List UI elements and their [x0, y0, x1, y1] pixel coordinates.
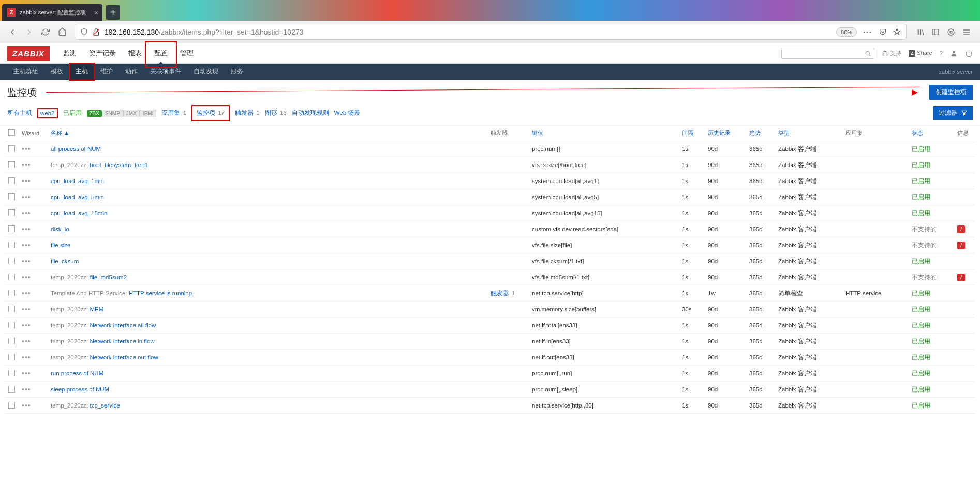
sub-nav-item[interactable]: 主机	[69, 63, 94, 80]
wizard-menu-icon[interactable]: •••	[22, 353, 31, 362]
all-hosts-link[interactable]: 所有主机	[7, 109, 32, 117]
status-link[interactable]: 已启用	[912, 162, 930, 168]
info-icon[interactable]: i	[957, 274, 965, 281]
home-button[interactable]	[54, 24, 70, 40]
status-link[interactable]: 已启用	[912, 258, 930, 264]
row-checkbox[interactable]	[8, 322, 15, 328]
item-name-link[interactable]: run process of NUM	[51, 370, 103, 376]
filter-button[interactable]: 过滤器	[933, 106, 973, 120]
create-item-button[interactable]: 创建监控项	[929, 85, 973, 100]
bookmark-icon[interactable]	[893, 28, 901, 36]
col-trends[interactable]: 趋势	[746, 126, 775, 141]
close-icon[interactable]: ×	[94, 8, 99, 17]
page-actions-icon[interactable]: •••	[863, 29, 872, 35]
status-link[interactable]: 已启用	[912, 290, 930, 296]
url-bar[interactable]: 192.168.152.130 /zabbix/items.php?filter…	[75, 24, 907, 40]
item-name-link[interactable]: cpu_load_avg_5min	[51, 194, 104, 200]
items-link[interactable]: 监控项	[197, 110, 215, 116]
item-name-link[interactable]: HTTP service is running	[129, 290, 192, 296]
item-name-link[interactable]: disk_io	[51, 226, 69, 232]
wizard-menu-icon[interactable]: •••	[22, 209, 31, 217]
row-checkbox[interactable]	[8, 225, 15, 232]
row-checkbox[interactable]	[8, 193, 15, 200]
graphs-link[interactable]: 图形	[265, 110, 277, 116]
item-name-link[interactable]: Network interface all flow	[90, 322, 156, 328]
row-checkbox[interactable]	[8, 242, 15, 248]
status-link[interactable]: 已启用	[912, 210, 930, 216]
item-name-link[interactable]: MEM	[90, 306, 103, 312]
main-menu-item[interactable]: 监测	[57, 43, 83, 64]
item-name-link[interactable]: Network interface out flow	[90, 354, 158, 360]
host-link[interactable]: web2	[40, 110, 55, 116]
wizard-menu-icon[interactable]: •••	[22, 177, 31, 185]
row-checkbox[interactable]	[8, 209, 15, 216]
row-checkbox[interactable]	[8, 177, 15, 184]
discovery-link[interactable]: 自动发现规则	[292, 109, 329, 117]
item-name-link[interactable]: tcp_service	[90, 402, 120, 409]
browser-tab[interactable]: Z zabbix server: 配置监控项 ×	[2, 4, 102, 21]
sub-nav-item[interactable]: 服务	[225, 63, 249, 80]
status-link[interactable]: 已启用	[912, 146, 930, 152]
library-icon[interactable]	[916, 28, 924, 36]
main-menu-item[interactable]: 配置	[148, 43, 174, 64]
wizard-menu-icon[interactable]: •••	[22, 241, 31, 249]
trigger-link[interactable]: 触发器	[491, 290, 509, 296]
col-key[interactable]: 键值	[529, 126, 679, 141]
wizard-menu-icon[interactable]: •••	[22, 193, 31, 201]
search-input[interactable]	[781, 48, 874, 59]
row-checkbox[interactable]	[8, 370, 15, 376]
row-checkbox[interactable]	[8, 402, 15, 409]
applications-link[interactable]: 应用集	[161, 110, 180, 116]
status-link[interactable]: 不支持的	[912, 274, 937, 280]
row-checkbox[interactable]	[8, 338, 15, 344]
main-menu-item[interactable]: 资产记录	[83, 43, 122, 64]
col-interval[interactable]: 间隔	[679, 126, 705, 141]
status-link[interactable]: 已启用	[912, 194, 930, 200]
item-name-link[interactable]: boot_filesystem_free1	[90, 162, 148, 168]
row-checkbox[interactable]	[8, 354, 15, 360]
wizard-menu-icon[interactable]: •••	[22, 385, 31, 394]
sub-nav-item[interactable]: 主机群组	[7, 63, 44, 80]
item-name-link[interactable]: file_cksum	[51, 258, 79, 264]
forward-button[interactable]	[21, 24, 37, 40]
sub-nav-item[interactable]: 动作	[119, 63, 144, 80]
wizard-menu-icon[interactable]: •••	[22, 321, 31, 329]
info-icon[interactable]: i	[957, 225, 965, 233]
col-status[interactable]: 状态	[909, 126, 954, 141]
sub-nav-item[interactable]: 关联项事件	[144, 63, 187, 80]
status-link[interactable]: 已启用	[912, 178, 930, 184]
help-icon[interactable]: ?	[940, 50, 943, 56]
reload-button[interactable]	[37, 24, 54, 40]
power-icon[interactable]	[965, 50, 973, 57]
wizard-menu-icon[interactable]: •••	[22, 369, 31, 378]
row-checkbox[interactable]	[8, 386, 15, 393]
wizard-menu-icon[interactable]: •••	[22, 401, 31, 410]
row-checkbox[interactable]	[8, 290, 15, 296]
app-menu-icon[interactable]	[962, 28, 971, 36]
status-link[interactable]: 已启用	[912, 402, 930, 409]
wizard-menu-icon[interactable]: •••	[22, 273, 31, 281]
item-name-link[interactable]: sleep process of NUM	[51, 386, 109, 393]
row-checkbox[interactable]	[8, 161, 15, 168]
wizard-menu-icon[interactable]: •••	[22, 257, 31, 265]
row-checkbox[interactable]	[8, 306, 15, 312]
back-button[interactable]	[4, 24, 21, 40]
status-link[interactable]: 不支持的	[912, 242, 937, 248]
wizard-menu-icon[interactable]: •••	[22, 305, 31, 313]
zoom-badge[interactable]: 80%	[836, 27, 857, 37]
share-link[interactable]: ZShare	[909, 50, 932, 57]
row-checkbox[interactable]	[8, 274, 15, 280]
status-link[interactable]: 已启用	[912, 322, 930, 328]
pocket-icon[interactable]	[879, 28, 887, 36]
sidebar-icon[interactable]	[931, 28, 940, 36]
select-all-checkbox[interactable]	[8, 129, 15, 136]
col-name[interactable]: 名称 ▲	[48, 126, 487, 141]
item-name-link[interactable]: Network interface in flow	[90, 338, 154, 344]
wizard-menu-icon[interactable]: •••	[22, 289, 31, 297]
status-link[interactable]: 已启用	[912, 354, 930, 360]
item-name-link[interactable]: file_md5sum2	[90, 274, 127, 280]
support-link[interactable]: 支持	[882, 50, 901, 57]
status-link[interactable]: 已启用	[912, 306, 930, 312]
web-link[interactable]: Web 场景	[334, 109, 361, 117]
status-link[interactable]: 已启用	[912, 386, 930, 393]
